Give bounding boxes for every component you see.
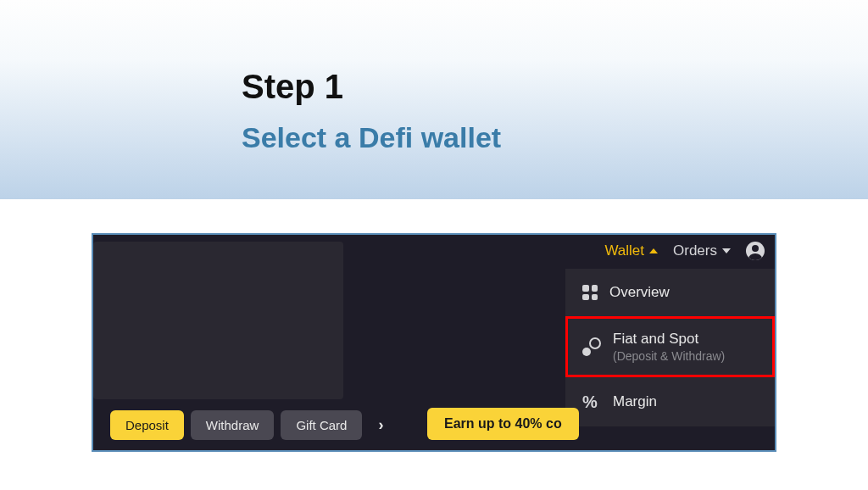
chevron-up-icon	[649, 248, 658, 253]
top-navigation: Wallet Orders	[604, 242, 765, 260]
gift-card-button[interactable]: Gift Card	[281, 410, 362, 440]
promo-text: Earn up to 40% co	[444, 416, 562, 431]
tutorial-header: Step 1 Select a Defi wallet	[0, 0, 868, 199]
nav-orders-label: Orders	[673, 242, 717, 259]
menu-overview-label: Overview	[609, 284, 670, 301]
swap-icon	[582, 337, 601, 356]
promo-banner[interactable]: Earn up to 40% co	[427, 408, 579, 440]
grid-icon	[582, 285, 598, 300]
menu-item-fiat-spot[interactable]: Fiat and Spot (Deposit & Withdraw)	[565, 316, 775, 377]
action-bar: Deposit Withdraw Gift Card › Earn up to …	[93, 399, 775, 450]
dark-panel-area	[93, 242, 343, 399]
menu-fiat-spot-text: Fiat and Spot (Deposit & Withdraw)	[613, 331, 725, 363]
wallet-screenshot: Wallet Orders Overview Fiat and Spot (De…	[92, 233, 776, 452]
menu-fiat-spot-title: Fiat and Spot	[613, 331, 725, 348]
withdraw-button[interactable]: Withdraw	[191, 410, 275, 440]
nav-wallet-label: Wallet	[604, 242, 644, 259]
menu-item-overview[interactable]: Overview	[565, 269, 775, 316]
chevron-right-icon[interactable]: ›	[369, 410, 392, 439]
user-avatar-icon[interactable]	[746, 242, 765, 260]
action-button-group: Deposit Withdraw Gift Card ›	[110, 410, 392, 440]
nav-wallet[interactable]: Wallet	[604, 242, 658, 259]
nav-orders[interactable]: Orders	[673, 242, 731, 259]
step-number: Step 1	[242, 68, 868, 106]
chevron-down-icon	[722, 248, 731, 253]
deposit-button[interactable]: Deposit	[110, 410, 184, 440]
menu-fiat-spot-subtitle: (Deposit & Withdraw)	[613, 349, 725, 363]
step-description: Select a Defi wallet	[242, 121, 868, 154]
